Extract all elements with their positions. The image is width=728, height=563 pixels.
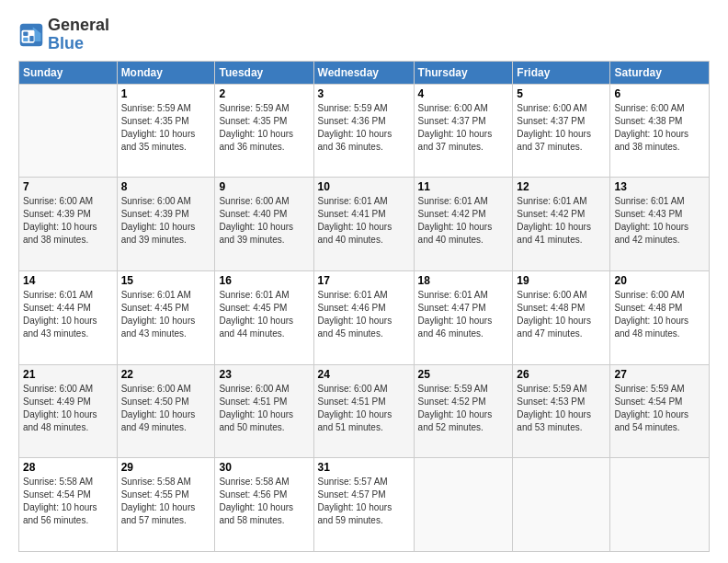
- logo: General Blue: [18, 17, 109, 53]
- calendar-cell: 4Sunrise: 6:00 AM Sunset: 4:37 PM Daylig…: [414, 84, 513, 178]
- calendar-cell: 30Sunrise: 5:58 AM Sunset: 4:56 PM Dayli…: [215, 458, 313, 552]
- day-info: Sunrise: 6:01 AM Sunset: 4:44 PM Dayligh…: [23, 289, 113, 340]
- calendar-week-row: 21Sunrise: 6:00 AM Sunset: 4:49 PM Dayli…: [19, 364, 710, 458]
- day-number: 6: [614, 87, 705, 100]
- calendar-header-monday: Monday: [117, 61, 215, 84]
- day-number: 20: [614, 274, 705, 287]
- calendar-week-row: 1Sunrise: 5:59 AM Sunset: 4:35 PM Daylig…: [19, 84, 710, 178]
- day-info: Sunrise: 6:00 AM Sunset: 4:50 PM Dayligh…: [121, 383, 211, 434]
- day-number: 11: [418, 180, 509, 193]
- day-info: Sunrise: 6:01 AM Sunset: 4:47 PM Dayligh…: [418, 289, 509, 340]
- day-info: Sunrise: 6:00 AM Sunset: 4:49 PM Dayligh…: [23, 383, 113, 434]
- calendar-cell: 14Sunrise: 6:01 AM Sunset: 4:44 PM Dayli…: [19, 270, 118, 364]
- calendar-cell: 8Sunrise: 6:00 AM Sunset: 4:39 PM Daylig…: [117, 178, 215, 271]
- day-number: 5: [517, 87, 606, 100]
- svg-rect-5: [23, 37, 28, 40]
- day-info: Sunrise: 6:00 AM Sunset: 4:51 PM Dayligh…: [219, 383, 309, 434]
- day-number: 21: [23, 368, 113, 381]
- day-number: 1: [121, 87, 211, 100]
- day-info: Sunrise: 5:59 AM Sunset: 4:52 PM Dayligh…: [418, 383, 509, 434]
- day-number: 26: [517, 368, 606, 381]
- calendar-cell: 6Sunrise: 6:00 AM Sunset: 4:38 PM Daylig…: [610, 84, 710, 178]
- day-info: Sunrise: 6:01 AM Sunset: 4:45 PM Dayligh…: [219, 289, 309, 340]
- day-number: 31: [318, 461, 410, 474]
- day-number: 3: [318, 87, 410, 100]
- day-number: 16: [219, 274, 309, 287]
- day-info: Sunrise: 5:59 AM Sunset: 4:35 PM Dayligh…: [121, 102, 211, 154]
- day-info: Sunrise: 5:59 AM Sunset: 4:54 PM Dayligh…: [614, 383, 705, 434]
- calendar-cell: 16Sunrise: 6:01 AM Sunset: 4:45 PM Dayli…: [215, 270, 313, 364]
- calendar-cell: 7Sunrise: 6:00 AM Sunset: 4:39 PM Daylig…: [19, 178, 118, 271]
- calendar-cell: [414, 458, 513, 552]
- calendar-cell: 1Sunrise: 5:59 AM Sunset: 4:35 PM Daylig…: [117, 84, 215, 178]
- day-number: 14: [23, 274, 113, 287]
- calendar-header-tuesday: Tuesday: [215, 61, 313, 84]
- day-info: Sunrise: 6:01 AM Sunset: 4:42 PM Dayligh…: [418, 195, 509, 247]
- day-number: 19: [517, 274, 606, 287]
- day-info: Sunrise: 6:00 AM Sunset: 4:38 PM Dayligh…: [614, 102, 705, 154]
- logo-blue: Blue: [48, 34, 84, 52]
- day-number: 27: [614, 368, 705, 381]
- day-number: 29: [121, 461, 211, 474]
- day-number: 12: [517, 180, 606, 193]
- day-info: Sunrise: 5:59 AM Sunset: 4:53 PM Dayligh…: [517, 383, 606, 434]
- day-number: 7: [23, 180, 113, 193]
- calendar-cell: 26Sunrise: 5:59 AM Sunset: 4:53 PM Dayli…: [513, 364, 610, 458]
- calendar-cell: 10Sunrise: 6:01 AM Sunset: 4:41 PM Dayli…: [313, 178, 414, 271]
- calendar-cell: [610, 458, 710, 552]
- calendar-header-row: SundayMondayTuesdayWednesdayThursdayFrid…: [19, 61, 710, 84]
- calendar-table: SundayMondayTuesdayWednesdayThursdayFrid…: [18, 61, 710, 552]
- calendar-cell: 15Sunrise: 6:01 AM Sunset: 4:45 PM Dayli…: [117, 270, 215, 364]
- calendar-cell: 27Sunrise: 5:59 AM Sunset: 4:54 PM Dayli…: [610, 364, 710, 458]
- calendar-cell: 3Sunrise: 5:59 AM Sunset: 4:36 PM Daylig…: [313, 84, 414, 178]
- day-info: Sunrise: 6:01 AM Sunset: 4:43 PM Dayligh…: [614, 195, 705, 247]
- day-number: 28: [23, 461, 113, 474]
- calendar-cell: 18Sunrise: 6:01 AM Sunset: 4:47 PM Dayli…: [414, 270, 513, 364]
- day-number: 9: [219, 180, 309, 193]
- day-info: Sunrise: 5:59 AM Sunset: 4:36 PM Dayligh…: [318, 102, 410, 154]
- day-info: Sunrise: 6:00 AM Sunset: 4:37 PM Dayligh…: [418, 102, 509, 154]
- calendar-cell: [19, 84, 118, 178]
- day-number: 30: [219, 461, 309, 474]
- calendar-cell: 17Sunrise: 6:01 AM Sunset: 4:46 PM Dayli…: [313, 270, 414, 364]
- calendar-header-sunday: Sunday: [19, 61, 118, 84]
- calendar-week-row: 7Sunrise: 6:00 AM Sunset: 4:39 PM Daylig…: [19, 178, 710, 271]
- day-number: 10: [318, 180, 410, 193]
- svg-rect-3: [23, 31, 28, 35]
- calendar-cell: 25Sunrise: 5:59 AM Sunset: 4:52 PM Dayli…: [414, 364, 513, 458]
- day-info: Sunrise: 6:00 AM Sunset: 4:48 PM Dayligh…: [614, 289, 705, 340]
- day-number: 13: [614, 180, 705, 193]
- calendar-cell: 24Sunrise: 6:00 AM Sunset: 4:51 PM Dayli…: [313, 364, 414, 458]
- day-info: Sunrise: 6:01 AM Sunset: 4:45 PM Dayligh…: [121, 289, 211, 340]
- logo-general: General: [48, 16, 109, 34]
- day-number: 2: [219, 87, 309, 100]
- svg-rect-4: [29, 36, 33, 41]
- day-info: Sunrise: 6:00 AM Sunset: 4:39 PM Dayligh…: [121, 195, 211, 247]
- day-info: Sunrise: 5:59 AM Sunset: 4:35 PM Dayligh…: [219, 102, 309, 154]
- calendar-cell: 19Sunrise: 6:00 AM Sunset: 4:48 PM Dayli…: [513, 270, 610, 364]
- calendar-cell: 23Sunrise: 6:00 AM Sunset: 4:51 PM Dayli…: [215, 364, 313, 458]
- calendar-cell: 13Sunrise: 6:01 AM Sunset: 4:43 PM Dayli…: [610, 178, 710, 271]
- day-info: Sunrise: 6:00 AM Sunset: 4:40 PM Dayligh…: [219, 195, 309, 247]
- calendar-cell: 29Sunrise: 5:58 AM Sunset: 4:55 PM Dayli…: [117, 458, 215, 552]
- day-info: Sunrise: 6:00 AM Sunset: 4:48 PM Dayligh…: [517, 289, 606, 340]
- day-number: 8: [121, 180, 211, 193]
- calendar-header-saturday: Saturday: [610, 61, 710, 84]
- day-number: 24: [318, 368, 410, 381]
- calendar-week-row: 14Sunrise: 6:01 AM Sunset: 4:44 PM Dayli…: [19, 270, 710, 364]
- day-info: Sunrise: 6:00 AM Sunset: 4:37 PM Dayligh…: [517, 102, 606, 154]
- page: General Blue SundayMondayTuesdayWednesda…: [0, 0, 728, 563]
- calendar-cell: [513, 458, 610, 552]
- day-info: Sunrise: 5:58 AM Sunset: 4:54 PM Dayligh…: [23, 476, 113, 527]
- calendar-cell: 12Sunrise: 6:01 AM Sunset: 4:42 PM Dayli…: [513, 178, 610, 271]
- calendar-header-thursday: Thursday: [414, 61, 513, 84]
- day-info: Sunrise: 6:01 AM Sunset: 4:41 PM Dayligh…: [318, 195, 410, 247]
- calendar-cell: 31Sunrise: 5:57 AM Sunset: 4:57 PM Dayli…: [313, 458, 414, 552]
- day-number: 15: [121, 274, 211, 287]
- day-number: 25: [418, 368, 509, 381]
- calendar-cell: 20Sunrise: 6:00 AM Sunset: 4:48 PM Dayli…: [610, 270, 710, 364]
- day-number: 23: [219, 368, 309, 381]
- calendar-cell: 9Sunrise: 6:00 AM Sunset: 4:40 PM Daylig…: [215, 178, 313, 271]
- header: General Blue: [18, 17, 710, 53]
- day-info: Sunrise: 5:58 AM Sunset: 4:55 PM Dayligh…: [121, 476, 211, 527]
